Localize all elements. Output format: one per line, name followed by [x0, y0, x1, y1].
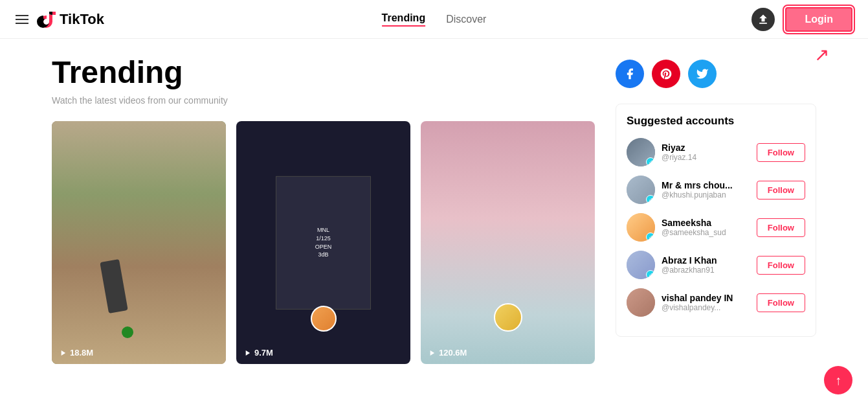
verified-badge-riyaz: ✓: [646, 157, 655, 166]
account-info-mrchou: Mr & mrs chou... @khushi.punjaban: [662, 180, 750, 199]
header-left: TikTok: [16, 9, 104, 30]
account-handle-abraz: @abrazkhan91: [662, 266, 750, 275]
verified-badge-sameeksha: ✓: [646, 233, 655, 242]
follow-button-vishal[interactable]: Follow: [757, 293, 805, 312]
header: TikTok Trending Discover Login ↗: [0, 0, 868, 39]
play-icon-2: [243, 348, 252, 358]
scroll-top-icon: ↑: [835, 373, 841, 380]
pinterest-share-button[interactable]: [652, 60, 680, 88]
header-right: Login: [751, 7, 852, 32]
logo[interactable]: TikTok: [35, 9, 104, 30]
main-content: Trending Watch the latest videos from ou…: [0, 39, 868, 380]
login-button[interactable]: Login: [785, 7, 852, 32]
twitter-icon: [696, 67, 709, 80]
video-2-avatar: [311, 306, 337, 332]
follow-button-mrchou[interactable]: Follow: [757, 181, 805, 199]
account-info-riyaz: Riyaz @riyaz.14: [662, 142, 750, 162]
video-3-avatar: [494, 303, 522, 332]
content-area: Trending Watch the latest videos from ou…: [52, 54, 595, 364]
avatar-abraz: ✓: [627, 251, 655, 279]
play-icon-3: [427, 348, 436, 358]
twitter-share-button[interactable]: [688, 60, 717, 88]
video-views-2: 9.7M: [243, 348, 273, 358]
verified-badge-abraz: ✓: [646, 270, 655, 279]
account-handle-mrchou: @khushi.punjaban: [662, 190, 750, 199]
account-name-sameeksha: Sameeksha: [662, 218, 750, 228]
facebook-icon: [623, 67, 636, 80]
follow-button-sameeksha[interactable]: Follow: [757, 218, 805, 237]
facebook-share-button[interactable]: [616, 60, 644, 88]
avatar-sameeksha: ✓: [627, 213, 655, 242]
account-name-mrchou: Mr & mrs chou...: [662, 180, 750, 190]
verified-badge-mrchou: ✓: [646, 195, 655, 204]
account-handle-vishal: @vishalpandey...: [662, 303, 750, 312]
account-name-vishal: vishal pandey IN: [662, 293, 750, 303]
nav-trending[interactable]: Trending: [382, 12, 426, 27]
video-2-overlay: MNL1/125OPEN3dB: [276, 176, 372, 309]
account-name-abraz: Abraz I Khan: [662, 255, 750, 266]
video-views-3: 120.6M: [427, 348, 467, 358]
video-card-1[interactable]: 18.8M: [52, 121, 226, 364]
account-item-vishal: vishal pandey IN @vishalpandey... Follow: [627, 288, 805, 317]
upload-button[interactable]: [751, 8, 775, 31]
account-item-mrchou: ✓ Mr & mrs chou... @khushi.punjaban Foll…: [627, 176, 805, 204]
upload-icon: [757, 13, 770, 26]
page-subtitle: Watch the latest videos from our communi…: [52, 95, 595, 106]
sidebar: Suggested accounts ✓ Riyaz @riyaz.14 Fol…: [616, 54, 816, 364]
video-views-1: 18.8M: [58, 348, 93, 358]
tiktok-logo-icon: [35, 9, 56, 30]
suggested-title: Suggested accounts: [627, 115, 805, 128]
hamburger-menu[interactable]: [16, 15, 28, 24]
video-grid: 18.8M MNL1/125OPEN3dB 9.7M: [52, 121, 595, 364]
video-2-text: MNL1/125OPEN3dB: [315, 226, 332, 258]
video-card-3[interactable]: 120.6M: [421, 121, 595, 364]
account-info-vishal: vishal pandey IN @vishalpandey...: [662, 293, 750, 312]
account-item-riyaz: ✓ Riyaz @riyaz.14 Follow: [627, 138, 805, 166]
account-item-sameeksha: ✓ Sameeksha @sameeksha_sud Follow: [627, 213, 805, 242]
account-name-riyaz: Riyaz: [662, 142, 750, 153]
avatar-mrchou: ✓: [627, 176, 655, 204]
pinterest-icon: [660, 67, 673, 80]
arrow-indicator: ↗: [814, 44, 829, 65]
avatar-vishal: [627, 288, 655, 317]
account-handle-riyaz: @riyaz.14: [662, 153, 750, 162]
header-nav: Trending Discover: [382, 12, 487, 27]
avatar-riyaz: ✓: [627, 138, 655, 166]
page-title: Trending: [52, 54, 595, 90]
nav-discover[interactable]: Discover: [446, 14, 486, 25]
social-icons: [616, 60, 816, 88]
video-card-2[interactable]: MNL1/125OPEN3dB 9.7M: [236, 121, 410, 364]
logo-text: TikTok: [60, 11, 104, 28]
follow-button-abraz[interactable]: Follow: [757, 256, 805, 275]
follow-button-riyaz[interactable]: Follow: [757, 143, 805, 162]
suggested-accounts-box: Suggested accounts ✓ Riyaz @riyaz.14 Fol…: [616, 104, 816, 337]
play-icon-1: [58, 348, 67, 358]
account-info-abraz: Abraz I Khan @abrazkhan91: [662, 255, 750, 275]
account-item-abraz: ✓ Abraz I Khan @abrazkhan91 Follow: [627, 251, 805, 279]
account-handle-sameeksha: @sameeksha_sud: [662, 228, 750, 237]
account-info-sameeksha: Sameeksha @sameeksha_sud: [662, 218, 750, 237]
